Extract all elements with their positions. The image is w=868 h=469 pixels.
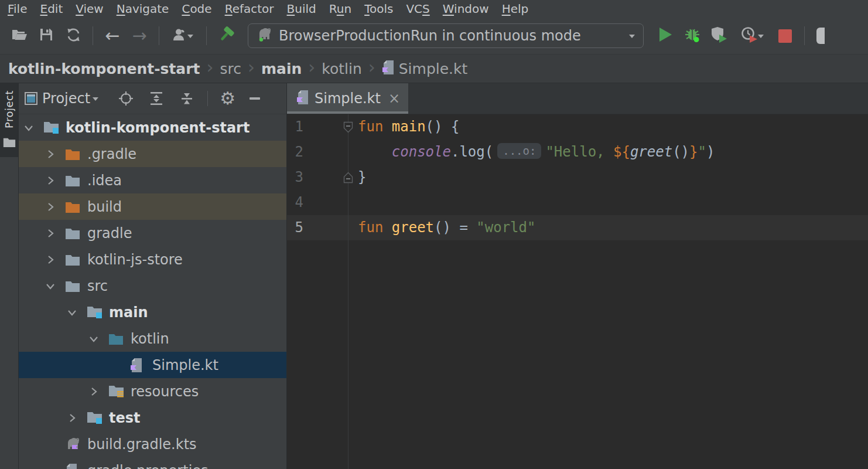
chevron-right-icon[interactable]	[44, 148, 65, 161]
project-tab-label: Project	[3, 90, 15, 128]
forward-button[interactable]: →	[126, 22, 153, 49]
close-icon[interactable]: ×	[388, 90, 400, 107]
hide-panel-button[interactable]	[250, 97, 260, 100]
tree-item-build-folder[interactable]: build	[19, 193, 286, 220]
module-folder-icon	[87, 305, 107, 320]
run-button[interactable]	[652, 22, 679, 49]
stop-button[interactable]	[771, 22, 798, 49]
module-folder-icon	[87, 410, 107, 425]
main-toolbar: ← → BrowserProductionRun in continuous m…	[0, 18, 868, 54]
hammer-icon	[217, 25, 235, 46]
menu-edit[interactable]: Edit	[33, 2, 69, 16]
toolbar-separator	[206, 26, 207, 45]
menu-refactor[interactable]: Refactor	[218, 2, 281, 16]
line-number: 3	[287, 165, 303, 190]
folder-icon	[65, 227, 85, 240]
synchronize-button[interactable]	[60, 22, 87, 49]
chevron-right-icon[interactable]	[44, 174, 65, 187]
menu-view[interactable]: View	[69, 2, 110, 16]
open-folder-icon	[11, 28, 28, 43]
menu-window[interactable]: Window	[436, 2, 495, 16]
chevron-right-icon[interactable]	[87, 385, 108, 398]
breadcrumb-project[interactable]: kotlin-komponent-start	[8, 60, 200, 77]
editor-gutter[interactable]: 1 2 3 4 5	[287, 114, 348, 469]
open-project-button[interactable]	[6, 22, 33, 49]
tree-item-gradle-properties[interactable]: gradle.properties	[19, 457, 286, 469]
chevron-down-icon[interactable]	[44, 280, 65, 293]
tree-item-test[interactable]: test	[19, 405, 286, 431]
menu-navigate[interactable]: Navigate	[110, 2, 176, 16]
breadcrumb-main[interactable]: main	[261, 60, 302, 77]
chevron-right-icon[interactable]	[66, 412, 87, 424]
tree-item-src[interactable]: src	[19, 273, 286, 299]
expand-all-button[interactable]	[149, 91, 164, 106]
code-token: () {	[426, 118, 460, 135]
build-project-button[interactable]	[213, 22, 240, 49]
tree-item-simple-kt[interactable]: Simple.kt	[19, 352, 286, 378]
clipped-toolbar-icon	[816, 28, 825, 44]
fold-region-end-icon[interactable]	[343, 172, 353, 186]
locate-file-button[interactable]	[118, 91, 134, 106]
chevron-down-icon[interactable]	[22, 121, 43, 134]
header-separator	[207, 91, 208, 106]
chevron-right-icon[interactable]	[44, 227, 65, 240]
tree-item-resources[interactable]: resources	[19, 378, 286, 405]
tree-item-main[interactable]: main	[19, 299, 286, 325]
code-token: }	[358, 169, 366, 185]
tab-simple-kt[interactable]: Simple.kt ×	[287, 83, 408, 114]
code-content[interactable]: fun main() { console.log(...o:"Hello, ${…	[348, 114, 868, 469]
run-configuration-select[interactable]: BrowserProductionRun in continuous mode	[248, 23, 644, 48]
excluded-folder-icon	[65, 200, 85, 213]
menu-code[interactable]: Code	[175, 2, 218, 16]
parameter-hint-chip[interactable]: ...o:	[497, 143, 541, 159]
code-token: "Hello,	[545, 144, 613, 160]
tree-item-kotlin-sources[interactable]: kotlin	[19, 325, 286, 352]
code-token	[358, 144, 392, 160]
folder-icon	[3, 137, 16, 150]
profiler-button[interactable]	[733, 22, 771, 49]
chevron-down-icon[interactable]	[93, 97, 98, 104]
code-token: greet	[392, 219, 434, 236]
chevron-down-icon[interactable]	[87, 332, 108, 345]
editor-area[interactable]: 1 2 3 4 5 fun main() { console.log(...o:…	[287, 114, 868, 469]
chevron-right-icon[interactable]	[44, 253, 65, 266]
back-button[interactable]: ←	[99, 22, 126, 49]
menu-vcs[interactable]: VCS	[399, 2, 436, 16]
module-folder-icon	[43, 120, 63, 135]
gear-icon[interactable]: ⚙	[220, 90, 235, 107]
menu-help[interactable]: Help	[495, 2, 535, 16]
breadcrumb-file[interactable]: Simple.kt	[382, 60, 468, 77]
run-with-coverage-button[interactable]	[706, 22, 733, 49]
line-number: 1	[287, 114, 303, 140]
tree-item-build-gradle-kts[interactable]: build.gradle.kts	[19, 431, 286, 457]
collapse-all-button[interactable]	[179, 91, 194, 106]
toolbar-separator	[804, 26, 805, 45]
project-tool-window-tab[interactable]: Project	[0, 83, 18, 157]
menu-tools[interactable]: Tools	[358, 2, 399, 16]
tree-item-project-root[interactable]: kotlin-komponent-start	[19, 114, 286, 141]
menu-bar: File Edit View Navigate Code Refactor Bu…	[0, 0, 868, 18]
tree-item-idea-folder[interactable]: .idea	[19, 167, 286, 193]
code-token: .log(	[451, 144, 493, 160]
back-arrow-icon: ←	[105, 27, 119, 45]
project-panel-title[interactable]: Project	[42, 90, 90, 107]
line-number: 4	[287, 190, 303, 215]
menu-build[interactable]: Build	[281, 2, 323, 16]
chevron-right-icon[interactable]	[44, 200, 65, 213]
profile-menu-button[interactable]	[165, 22, 200, 49]
tree-item-kotlin-js-store[interactable]: kotlin-js-store	[19, 246, 286, 273]
code-token: )	[706, 144, 715, 160]
breadcrumb-kotlin[interactable]: kotlin	[322, 60, 361, 77]
debug-button[interactable]	[679, 22, 706, 49]
code-token: ${	[613, 144, 630, 160]
tree-item-gradle-dot-folder[interactable]: .gradle	[19, 141, 286, 167]
chevron-down-icon[interactable]	[66, 306, 87, 319]
save-all-button[interactable]	[33, 22, 60, 49]
tree-item-gradle-folder[interactable]: gradle	[19, 220, 286, 246]
kotlin-file-icon	[382, 60, 395, 77]
fold-region-start-icon[interactable]	[343, 121, 353, 135]
menu-file[interactable]: File	[1, 2, 33, 16]
breadcrumb-src[interactable]: src	[220, 60, 242, 77]
code-line-4	[358, 190, 868, 215]
menu-run[interactable]: Run	[323, 2, 358, 16]
